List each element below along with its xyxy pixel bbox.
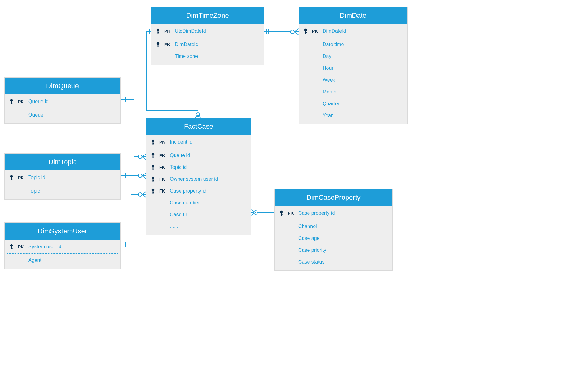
svg-rect-53 bbox=[153, 157, 154, 157]
table-row: FK Case property id bbox=[146, 185, 251, 197]
table-title: DimCaseProperty bbox=[275, 189, 392, 206]
svg-point-2 bbox=[290, 30, 294, 34]
key-type: PK bbox=[159, 140, 167, 145]
attribute-name: Day bbox=[323, 54, 403, 59]
attribute-name: UtcDimDateId bbox=[175, 28, 260, 34]
pk-separator bbox=[154, 38, 261, 38]
table-row: ...... bbox=[146, 221, 251, 232]
svg-point-51 bbox=[152, 153, 154, 155]
table-row: PK Case property id bbox=[275, 207, 392, 219]
key-icon bbox=[8, 175, 15, 180]
table-title: DimDate bbox=[299, 7, 407, 24]
table-row: FK Topic id bbox=[146, 161, 251, 173]
attribute-name: Time zone bbox=[175, 54, 260, 59]
key-type: FK bbox=[159, 177, 167, 182]
table-row: Case age bbox=[275, 232, 392, 244]
table-row: PK UtcDimDateId bbox=[151, 25, 264, 37]
attribute-name: Case property id bbox=[298, 210, 388, 216]
attribute-name: Topic id bbox=[28, 175, 116, 180]
key-icon bbox=[149, 188, 157, 194]
svg-rect-65 bbox=[281, 214, 283, 215]
svg-point-5 bbox=[196, 113, 200, 117]
svg-rect-50 bbox=[153, 143, 154, 144]
svg-point-63 bbox=[280, 211, 283, 213]
table-dimtimezone[interactable]: DimTimeZone PK UtcDimDateId FK DimDateId… bbox=[151, 7, 264, 65]
table-title: FactCase bbox=[146, 118, 251, 135]
table-row: Case priority bbox=[275, 244, 392, 256]
svg-rect-37 bbox=[305, 31, 306, 34]
svg-rect-64 bbox=[281, 213, 282, 216]
svg-point-22 bbox=[138, 193, 142, 196]
svg-point-25 bbox=[254, 211, 257, 214]
table-row: Channel bbox=[275, 221, 392, 232]
table-dimsystemuser[interactable]: DimSystemUser PK System user id Agent bbox=[4, 222, 121, 269]
attribute-name: Incident id bbox=[170, 139, 247, 145]
svg-point-57 bbox=[152, 177, 154, 179]
attribute-name: Agent bbox=[28, 257, 116, 263]
pk-separator bbox=[7, 184, 118, 184]
attribute-name: Quarter bbox=[323, 101, 403, 107]
table-row: Quarter bbox=[299, 98, 407, 110]
svg-point-48 bbox=[152, 140, 154, 142]
attribute-name: Case number bbox=[170, 200, 247, 206]
table-row: Agent bbox=[5, 254, 120, 266]
key-icon bbox=[149, 165, 157, 170]
table-title: DimTopic bbox=[5, 154, 120, 170]
svg-rect-44 bbox=[11, 179, 13, 179]
svg-rect-34 bbox=[158, 44, 159, 47]
table-row: Queue bbox=[5, 109, 120, 121]
svg-rect-62 bbox=[153, 192, 154, 193]
table-row: Topic bbox=[5, 185, 120, 197]
table-factcase[interactable]: FactCase PK Incident id FK Queue id FK T… bbox=[146, 118, 251, 235]
table-dimdate[interactable]: DimDate PK DimDateId Date time Day Hour … bbox=[299, 7, 408, 124]
svg-rect-56 bbox=[153, 169, 154, 169]
key-type: FK bbox=[164, 42, 172, 47]
svg-line-26 bbox=[251, 210, 256, 213]
key-type: PK bbox=[164, 29, 172, 34]
key-icon bbox=[302, 28, 309, 34]
svg-rect-58 bbox=[153, 179, 154, 182]
svg-point-12 bbox=[138, 155, 142, 159]
table-row: PK Topic id bbox=[5, 172, 120, 184]
key-icon bbox=[278, 210, 285, 216]
key-icon bbox=[154, 42, 162, 47]
attribute-name: Channel bbox=[298, 224, 388, 229]
key-type: PK bbox=[18, 244, 26, 249]
table-row: Case status bbox=[275, 256, 392, 268]
svg-line-14 bbox=[142, 157, 146, 160]
svg-rect-35 bbox=[158, 46, 159, 46]
pk-separator bbox=[301, 38, 405, 38]
attribute-name: DimDateId bbox=[175, 42, 260, 47]
table-row: PK DimDateId bbox=[299, 25, 407, 37]
svg-rect-41 bbox=[11, 103, 13, 103]
table-row: PK Queue id bbox=[5, 96, 120, 108]
svg-rect-52 bbox=[153, 155, 154, 158]
svg-point-60 bbox=[152, 189, 154, 191]
svg-point-54 bbox=[152, 165, 154, 167]
svg-rect-61 bbox=[153, 191, 154, 194]
svg-rect-59 bbox=[153, 180, 154, 181]
attribute-name: Case status bbox=[298, 259, 388, 265]
svg-line-3 bbox=[294, 29, 299, 32]
svg-point-36 bbox=[304, 29, 307, 31]
table-title: DimQueue bbox=[5, 78, 120, 94]
attribute-name: Week bbox=[323, 77, 403, 83]
attribute-name: Topic bbox=[28, 188, 116, 194]
key-icon bbox=[8, 99, 15, 104]
key-type: PK bbox=[18, 99, 26, 104]
er-diagram: DimTimeZone PK UtcDimDateId FK DimDateId… bbox=[0, 0, 411, 299]
table-row: Year bbox=[299, 110, 407, 122]
table-dimtopic[interactable]: DimTopic PK Topic id Topic bbox=[4, 153, 121, 200]
table-dimcaseproperty[interactable]: DimCaseProperty PK Case property id Chan… bbox=[274, 189, 393, 271]
svg-point-30 bbox=[157, 29, 159, 31]
pk-separator bbox=[149, 149, 248, 149]
table-dimqueue[interactable]: DimQueue PK Queue id Queue bbox=[4, 77, 121, 124]
key-icon bbox=[154, 28, 162, 34]
attribute-name: System user id bbox=[28, 244, 116, 250]
key-icon bbox=[149, 139, 157, 145]
table-row: FK Owner system user id bbox=[146, 173, 251, 185]
svg-rect-55 bbox=[153, 167, 154, 170]
key-type: FK bbox=[159, 165, 167, 170]
attribute-name: Queue id bbox=[28, 99, 116, 104]
table-row: Month bbox=[299, 86, 407, 98]
